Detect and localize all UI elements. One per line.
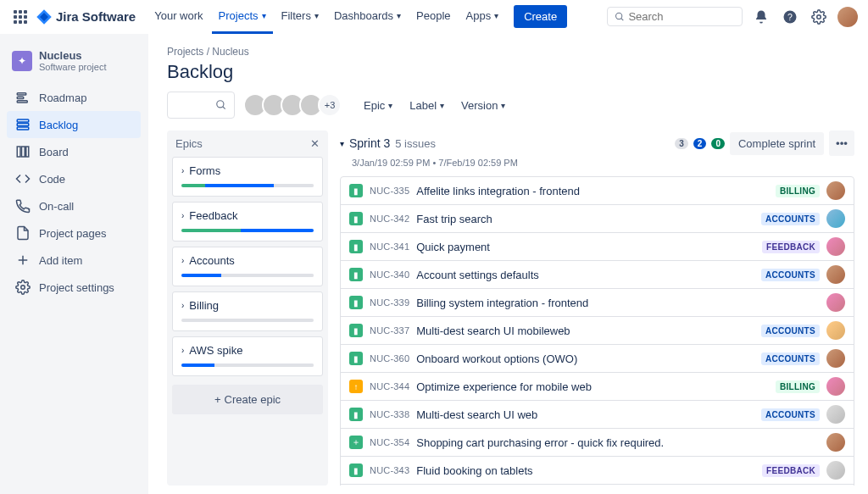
nav-link-filters[interactable]: Filters▾: [275, 0, 326, 34]
sprint-dates: 3/Jan/19 02:59 PM • 7/Feb/19 02:59 PM: [352, 158, 854, 168]
issue-row[interactable]: ▮ NUC-342 Fast trip search ACCOUNTS: [341, 205, 854, 233]
issue-type-icon: ＋: [349, 436, 363, 449]
epic-name: Feedback: [189, 209, 237, 222]
filter-version[interactable]: Version▾: [454, 94, 512, 117]
filter-label[interactable]: Label▾: [403, 94, 451, 117]
issue-title: Onboard workout options (OWO): [416, 352, 754, 365]
svg-rect-5: [24, 15, 27, 19]
svg-rect-21: [22, 147, 25, 157]
issue-label: FEEDBACK: [762, 241, 820, 253]
svg-rect-14: [17, 93, 26, 95]
sidebar-item-project-settings[interactable]: Project settings: [7, 274, 141, 301]
add-icon: [15, 253, 31, 268]
issue-row[interactable]: ▮ NUC-360 Onboard workout options (OWO) …: [341, 345, 854, 373]
nav-link-your-work[interactable]: Your work: [147, 0, 209, 34]
assignee-avatar[interactable]: [826, 377, 845, 396]
epic-name: Forms: [189, 164, 220, 177]
chevron-down-icon: ▾: [388, 101, 392, 110]
epic-card[interactable]: ›Accounts: [172, 247, 323, 286]
search-box[interactable]: [607, 7, 743, 26]
search-input[interactable]: [628, 10, 735, 23]
avatar-more[interactable]: +3: [318, 93, 342, 117]
nav-link-dashboards[interactable]: Dashboards▾: [327, 0, 408, 34]
epic-card[interactable]: ›Billing: [172, 291, 323, 331]
sidebar-item-on-call[interactable]: On-call: [7, 192, 141, 219]
svg-rect-4: [19, 15, 22, 19]
toolbar: +3 Epic▾Label▾Version▾: [167, 92, 854, 119]
jira-logo[interactable]: Jira Software: [36, 8, 136, 25]
sprint-panel: ▾ Sprint 3 5 issues 3 2 0 Complete sprin…: [340, 130, 854, 486]
issue-type-icon: ▮: [349, 268, 363, 281]
issue-row[interactable]: ↑ NUC-344 Optimize experience for mobile…: [341, 373, 854, 401]
assignee-avatar[interactable]: [826, 237, 845, 256]
issue-search-input[interactable]: [167, 92, 235, 119]
complete-sprint-button[interactable]: Complete sprint: [730, 132, 824, 155]
nav-link-apps[interactable]: Apps▾: [459, 0, 506, 34]
breadcrumb[interactable]: Projects / Nucleus: [167, 46, 854, 58]
create-button[interactable]: Create: [514, 5, 567, 28]
assignee-avatar[interactable]: [826, 321, 845, 340]
svg-rect-6: [14, 20, 17, 24]
epic-card[interactable]: ›Forms: [172, 157, 323, 197]
issue-row[interactable]: ▮ NUC-346 Adapt web app no new payments …: [341, 485, 854, 486]
sidebar-item-board[interactable]: Board: [7, 138, 141, 165]
epic-card[interactable]: ›Feedback: [172, 202, 323, 241]
assignee-avatar-group[interactable]: +3: [243, 93, 342, 117]
status-pill-todo: 3: [675, 138, 688, 149]
sidebar-item-add-item[interactable]: Add item: [7, 247, 141, 274]
svg-rect-17: [17, 119, 29, 122]
assignee-avatar[interactable]: [826, 181, 845, 200]
create-epic-button[interactable]: + Create epic: [172, 385, 323, 414]
issue-row[interactable]: ▮ NUC-340 Account settings defaults ACCO…: [341, 261, 854, 289]
issue-key: NUC-338: [370, 409, 409, 419]
help-icon[interactable]: ?: [780, 7, 800, 27]
project-name: Nucleus: [39, 49, 106, 62]
svg-rect-7: [19, 20, 22, 24]
chevron-down-icon[interactable]: ▾: [340, 139, 344, 148]
settings-icon[interactable]: [809, 7, 829, 27]
issue-row[interactable]: ▮ NUC-338 Multi-dest search UI web ACCOU…: [341, 401, 854, 429]
sidebar-item-roadmap[interactable]: Roadmap: [7, 84, 141, 111]
nav-link-people[interactable]: People: [409, 0, 457, 34]
svg-point-25: [21, 286, 25, 290]
content-row: Epics ✕ ›Forms›Feedback›Accounts›Billing…: [167, 130, 854, 486]
issue-type-icon: ↑: [349, 380, 363, 393]
assignee-avatar[interactable]: [826, 461, 845, 480]
issue-row[interactable]: ▮ NUC-341 Quick payment FEEDBACK: [341, 233, 854, 261]
sidebar-item-label: Board: [39, 146, 69, 158]
svg-text:?: ?: [787, 11, 793, 21]
issue-row[interactable]: ▮ NUC-335 Affelite links integration - f…: [341, 177, 854, 205]
issue-row[interactable]: ＋ NUC-354 Shopping cart purchasing error…: [341, 429, 854, 457]
issue-row[interactable]: ▮ NUC-339 Billing system integration - f…: [341, 289, 854, 317]
chevron-down-icon: ▾: [314, 11, 319, 20]
issue-title: Multi-dest search UI web: [416, 408, 754, 421]
notifications-icon[interactable]: [751, 7, 771, 27]
assignee-avatar[interactable]: [826, 293, 845, 312]
close-icon[interactable]: ✕: [310, 137, 320, 150]
issue-title: Multi-dest search UI mobileweb: [416, 325, 754, 337]
sidebar-item-backlog[interactable]: Backlog: [7, 111, 141, 138]
epic-progress-bar: [181, 229, 314, 232]
assignee-avatar[interactable]: [826, 265, 845, 284]
issue-row[interactable]: ▮ NUC-343 Fluid booking on tablets FEEDB…: [341, 457, 854, 485]
sidebar-item-code[interactable]: Code: [7, 165, 141, 192]
app-switcher-icon[interactable]: [10, 7, 31, 27]
issue-row[interactable]: ▮ NUC-337 Multi-dest search UI mobileweb…: [341, 317, 854, 345]
issue-label: BILLING: [776, 380, 820, 393]
assignee-avatar[interactable]: [826, 405, 845, 424]
profile-avatar[interactable]: [837, 7, 858, 27]
epic-card[interactable]: ›AWS spike: [172, 336, 323, 376]
assignee-avatar[interactable]: [826, 209, 845, 228]
filter-label: Epic: [364, 99, 385, 112]
sidebar-item-project-pages[interactable]: Project pages: [7, 219, 141, 247]
assignee-avatar[interactable]: [826, 433, 845, 452]
project-type: Software project: [39, 62, 106, 72]
filter-epic[interactable]: Epic▾: [357, 94, 399, 117]
svg-rect-19: [17, 127, 29, 130]
svg-point-13: [817, 14, 821, 19]
nav-link-projects[interactable]: Projects▾: [212, 0, 273, 34]
epic-progress-bar: [181, 184, 314, 187]
project-header[interactable]: ✦ Nucleus Software project: [7, 49, 141, 84]
assignee-avatar[interactable]: [826, 349, 845, 368]
sprint-more-button[interactable]: •••: [829, 130, 854, 156]
